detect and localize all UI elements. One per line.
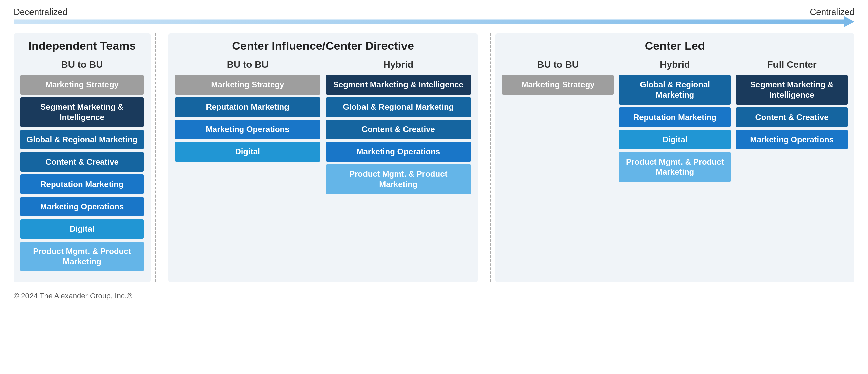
block-global-1: Global & Regional Marketing <box>20 130 144 149</box>
footer: © 2024 The Alexander Group, Inc.® <box>14 292 854 300</box>
center-led-columns: BU to BU Marketing Strategy Hybrid Globa… <box>502 59 848 185</box>
arrow-label-left: Decentralized <box>14 7 67 17</box>
block-reputation-3: Reputation Marketing <box>619 107 731 127</box>
center-led-panel: Center Led BU to BU Marketing Strategy H… <box>495 33 854 282</box>
block-digital-1: Digital <box>20 219 144 239</box>
arrow-container: Decentralized Centralized <box>14 7 854 27</box>
block-reputation-1: Reputation Marketing <box>20 174 144 194</box>
cl-fullcenter-header: Full Center <box>736 59 848 70</box>
separator-1 <box>155 33 156 282</box>
block-marketing-strategy-2: Marketing Strategy <box>175 75 320 95</box>
independent-bu-header: BU to BU <box>20 59 144 70</box>
cl-hybrid-col: Hybrid Global & Regional Marketing Reput… <box>619 59 731 185</box>
center-led-title: Center Led <box>502 39 848 53</box>
block-marketing-ops-4: Marketing Operations <box>736 130 848 149</box>
ci-bu-header: BU to BU <box>175 59 320 70</box>
center-influence-panel: Center Influence/Center Directive BU to … <box>168 33 478 282</box>
block-reputation-2: Reputation Marketing <box>175 97 320 117</box>
independent-columns: BU to BU Marketing Strategy Segment Mark… <box>20 59 144 274</box>
independent-teams-panel: Independent Teams BU to BU Marketing Str… <box>14 33 151 282</box>
cl-bu-header: BU to BU <box>502 59 614 70</box>
block-content-2: Content & Creative <box>326 120 471 139</box>
arrow-bar <box>14 16 854 27</box>
block-content-1: Content & Creative <box>20 152 144 172</box>
arrow-label-right: Centralized <box>810 7 854 17</box>
ci-bu-col: BU to BU Marketing Strategy Reputation M… <box>175 59 320 197</box>
block-segment-1: Segment Marketing & Intelligence <box>20 97 144 127</box>
cl-bu-col: BU to BU Marketing Strategy <box>502 59 614 185</box>
ci-hybrid-header: Hybrid <box>326 59 471 70</box>
cl-fullcenter-col: Full Center Segment Marketing & Intellig… <box>736 59 848 185</box>
block-segment-2: Segment Marketing & Intelligence <box>326 75 471 95</box>
block-segment-3: Segment Marketing & Intelligence <box>736 75 848 105</box>
block-global-3: Global & Regional Marketing <box>619 75 731 105</box>
block-marketing-strategy-1: Marketing Strategy <box>20 75 144 95</box>
block-marketing-ops-2: Marketing Operations <box>175 120 320 139</box>
block-marketing-strategy-3: Marketing Strategy <box>502 75 614 95</box>
block-marketing-ops-1: Marketing Operations <box>20 197 144 216</box>
center-influence-columns: BU to BU Marketing Strategy Reputation M… <box>175 59 471 197</box>
block-global-2: Global & Regional Marketing <box>326 97 471 117</box>
block-digital-2: Digital <box>175 142 320 162</box>
cl-hybrid-header: Hybrid <box>619 59 731 70</box>
main-sections: Independent Teams BU to BU Marketing Str… <box>14 33 854 282</box>
block-product-1: Product Mgmt. & Product Marketing <box>20 242 144 271</box>
independent-teams-title: Independent Teams <box>20 39 144 53</box>
block-product-3: Product Mgmt. & Product Marketing <box>619 152 731 182</box>
ci-hybrid-col: Hybrid Segment Marketing & Intelligence … <box>326 59 471 197</box>
block-digital-3: Digital <box>619 130 731 149</box>
center-influence-title: Center Influence/Center Directive <box>175 39 471 53</box>
block-content-3: Content & Creative <box>736 107 848 127</box>
separator-2 <box>490 33 491 282</box>
independent-bu-col: BU to BU Marketing Strategy Segment Mark… <box>20 59 144 274</box>
block-product-2: Product Mgmt. & Product Marketing <box>326 164 471 194</box>
block-marketing-ops-3: Marketing Operations <box>326 142 471 162</box>
